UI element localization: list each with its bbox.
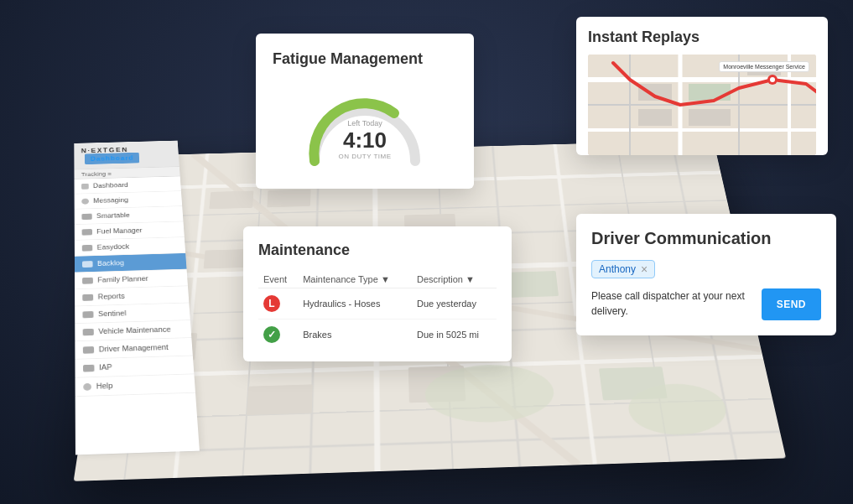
dashboard-icon [81, 183, 89, 189]
recipient-tag: Anthony × [591, 260, 655, 278]
gauge-text-container: Left Today 4:10 ON DUTY TIME [338, 119, 391, 160]
svg-point-49 [770, 77, 775, 82]
instant-replays-card: Instant Replays [576, 17, 828, 155]
fatigue-card-title: Fatigue Management [273, 50, 457, 68]
maintenance-table: Event Maintenance Type ▼ Description ▼ L… [258, 271, 497, 350]
replay-map: Monroeville Messenger Service [588, 55, 816, 155]
maintenance-row-2: ✓ Brakes Due in 5025 mi [258, 320, 497, 351]
replay-map-label: Monroeville Messenger Service [719, 61, 809, 72]
sidebar: N·EXTGEN Dashboard Tracking ≡ Dashboard … [74, 141, 200, 455]
maintenance-card-title: Maintenance [258, 242, 497, 259]
remove-recipient-button[interactable]: × [641, 263, 648, 275]
col-maintenance-type[interactable]: Maintenance Type ▼ [298, 271, 412, 288]
col-event: Event [258, 271, 298, 288]
gauge-label: Left Today [338, 119, 391, 127]
svg-rect-47 [689, 109, 731, 126]
smartable-icon [81, 213, 91, 219]
fuel-icon [82, 229, 92, 236]
sidebar-item-help[interactable]: Help [75, 374, 195, 397]
nav-dashboard-btn[interactable]: Dashboard [85, 153, 139, 164]
fatigue-gauge: Left Today 4:10 ON DUTY TIME [273, 81, 457, 174]
svg-rect-21 [209, 190, 253, 209]
replay-card-title: Instant Replays [588, 29, 816, 46]
send-button[interactable]: SEND [762, 288, 821, 320]
messaging-icon [81, 198, 89, 204]
recipient-name: Anthony [599, 263, 636, 275]
sentinel-icon [82, 311, 93, 318]
description-2: Due in 5025 mi [412, 320, 497, 351]
status-cell-2: ✓ [258, 320, 298, 351]
description-1: Due yesterday [412, 288, 497, 320]
message-row: Please call dispatcher at your next deli… [591, 288, 821, 320]
maintenance-type-2: Brakes [298, 320, 412, 351]
maintenance-row-1: L Hydraulics - Hoses Due yesterday [258, 288, 497, 320]
help-icon [83, 383, 91, 391]
col-description[interactable]: Description ▼ [412, 271, 497, 288]
status-dot-red: L [263, 295, 280, 312]
family-planner-icon [82, 277, 93, 283]
fatigue-management-card: Fatigue Management Left Today 4:10 ON DU… [256, 34, 474, 189]
status-cell-1: L [258, 288, 298, 320]
svg-rect-44 [689, 84, 731, 101]
svg-rect-22 [267, 190, 310, 208]
iap-icon [83, 364, 94, 372]
message-text: Please call dispatcher at your next deli… [591, 288, 753, 319]
gauge-time: 4:10 [338, 129, 391, 151]
svg-rect-46 [638, 109, 672, 126]
vehicle-icon [83, 328, 94, 335]
gauge-sublabel: ON DUTY TIME [338, 153, 391, 160]
easydock-icon [82, 245, 93, 252]
maintenance-type-1: Hydraulics - Hoses [298, 288, 412, 320]
driver-card-title: Driver Communication [591, 229, 821, 248]
reports-icon [82, 294, 93, 300]
status-dot-green: ✓ [263, 326, 280, 343]
driver-communication-card: Driver Communication Anthony × Please ca… [576, 214, 836, 335]
maintenance-card: Maintenance Event Maintenance Type ▼ Des… [243, 226, 512, 361]
sidebar-logo: N·EXTGEN Dashboard [74, 141, 179, 170]
backlog-icon [82, 261, 93, 268]
svg-rect-31 [247, 384, 313, 415]
driver-mgmt-icon [83, 346, 94, 354]
